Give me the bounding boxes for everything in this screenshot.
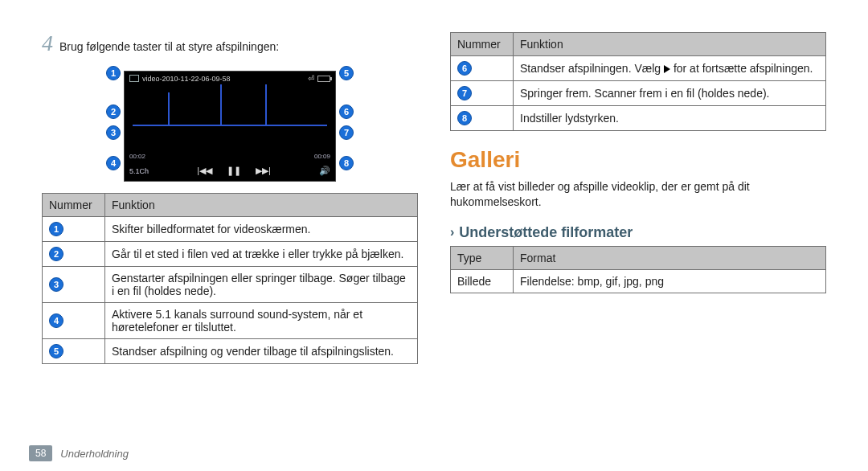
footer-section: Underholdning [60, 448, 129, 460]
callout-7: 7 [339, 125, 354, 140]
play-triangle-icon [664, 65, 670, 73]
time-elapsed: 00:02 [129, 153, 145, 160]
row-badge: 4 [49, 313, 63, 328]
callout-8: 8 [339, 156, 354, 170]
callout-2: 2 [106, 104, 121, 119]
table-row: 6 Standser afspilningen. Vælg for at for… [451, 56, 826, 81]
step-number: 4 [42, 32, 53, 55]
formats-table: Type Format Billede Filendelse: bmp, gif… [450, 246, 826, 293]
format-value: Filendelse: bmp, gif, jpg, png [514, 269, 826, 293]
col-header-function: Funktion [514, 33, 826, 56]
video-player-mock: 1 2 3 4 5 6 7 8 video-2010-11-22-06-09-5… [101, 61, 358, 182]
playback-table-1: Nummer Funktion 1 Skifter billedformatet… [42, 193, 418, 364]
col-header-function: Funktion [105, 194, 418, 217]
row-badge: 1 [49, 222, 63, 236]
format-type: Billede [451, 269, 514, 293]
row-func: Springer frem. Scanner frem i en fil (ho… [514, 81, 826, 106]
gallery-heading: Galleri [450, 147, 826, 173]
row-func: Går til et sted i filen ved at trække i … [105, 242, 418, 267]
table-row: 7 Springer frem. Scanner frem i en fil (… [451, 81, 826, 106]
row-badge: 5 [49, 344, 63, 358]
gallery-lead: Lær at få vist billeder og afspille vide… [450, 179, 826, 210]
aspect-icon [129, 75, 139, 82]
callout-3: 3 [106, 125, 121, 140]
callout-4: 4 [106, 156, 121, 170]
page-number: 58 [29, 445, 52, 461]
callout-6: 6 [339, 104, 354, 119]
table-row: 2 Går til et sted i filen ved at trække … [43, 242, 418, 267]
row-badge: 7 [457, 86, 472, 100]
table-row: 1 Skifter billedformatet for videoskærme… [43, 217, 418, 242]
step-text: Brug følgende taster til at styre afspil… [59, 40, 279, 53]
table-row: 3 Genstarter afspilningen eller springer… [43, 267, 418, 303]
col-header-type: Type [451, 246, 514, 269]
row-func: Skifter billedformatet for videoskærmen. [105, 217, 418, 242]
row-badge: 3 [49, 277, 63, 292]
row-func: Aktivere 5.1 kanals surround sound-syste… [105, 303, 418, 339]
chevron-icon: › [450, 225, 454, 240]
row-func: Indstiller lydstyrken. [514, 106, 826, 131]
row-badge: 8 [457, 111, 472, 125]
supported-formats-heading: › Understøttede filformater [450, 224, 826, 241]
row-func: Genstarter afspilningen eller springer t… [105, 267, 418, 303]
row-badge: 6 [457, 61, 472, 76]
volume-icon: 🔊 [319, 166, 330, 176]
row-func: Standser afspilningen. Vælg for at forts… [514, 56, 826, 81]
video-screen: video-2010-11-22-06-09-58 ⏎ 00:02 00:09 [124, 71, 336, 182]
time-total: 00:09 [314, 153, 330, 160]
row-badge: 2 [49, 247, 63, 261]
col-header-number: Nummer [43, 194, 105, 217]
callout-1: 1 [106, 66, 121, 80]
return-icon: ⏎ [308, 74, 314, 83]
table-row: 8 Indstiller lydstyrken. [451, 106, 826, 131]
surround-label: 5.1Ch [129, 167, 149, 175]
pause-icon: ❚❚ [227, 166, 241, 176]
video-filename: video-2010-11-22-06-09-58 [142, 75, 231, 83]
next-icon: ▶▶| [256, 166, 271, 176]
col-header-format: Format [514, 246, 826, 269]
col-header-number: Nummer [451, 33, 514, 56]
prev-icon: |◀◀ [197, 166, 212, 176]
battery-icon [317, 76, 330, 82]
callout-5: 5 [339, 66, 354, 80]
page-footer: 58 Underholdning [0, 445, 129, 461]
playback-table-2: Nummer Funktion 6 Standser afspilningen.… [450, 32, 826, 131]
step-4-line: 4 Brug følgende taster til at styre afsp… [42, 32, 418, 55]
row-func: Standser afspilning og vender tilbage ti… [105, 339, 418, 364]
table-row: Billede Filendelse: bmp, gif, jpg, png [451, 269, 826, 293]
table-row: 4 Aktivere 5.1 kanals surround sound-sys… [43, 303, 418, 339]
table-row: 5 Standser afspilning og vender tilbage … [43, 339, 418, 364]
